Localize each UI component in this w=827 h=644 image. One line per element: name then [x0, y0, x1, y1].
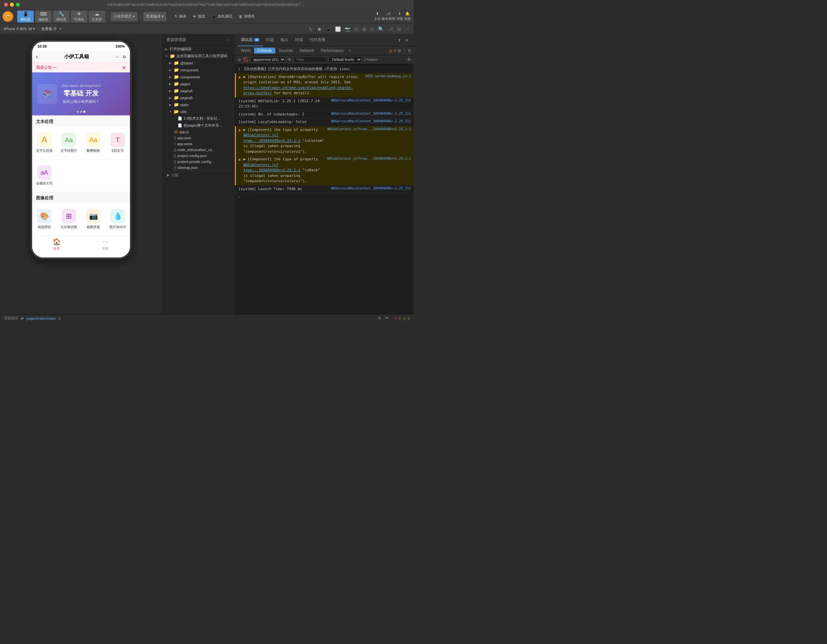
settings-gear-icon[interactable]: ⚙ [397, 48, 401, 53]
back-icon[interactable]: ‹ [36, 54, 38, 60]
utils-folder[interactable]: ▼ 📂 utils [162, 108, 234, 115]
tool-screenshot[interactable]: 📷 截图拼接 [81, 205, 106, 233]
console-input[interactable] [242, 195, 411, 199]
upload-button[interactable]: ⬆ 上传 [374, 12, 381, 21]
project-private-file[interactable]: {} project.private.config... [162, 159, 234, 165]
search-icon[interactable]: 🔍 [378, 26, 384, 32]
visual-button[interactable]: 👁 可视化 [71, 11, 87, 22]
sub-tab-network[interactable]: Network [296, 48, 318, 54]
tool-amount[interactable]: aA 金额转大写 [32, 162, 56, 189]
version-mgmt-button[interactable]: ⎇ 版本管理 [382, 12, 395, 21]
filter-input[interactable] [293, 56, 326, 62]
refresh-icon[interactable]: ↻ [309, 26, 313, 32]
root-folder[interactable]: ▼ 📁 去水印趣味实用工具小程序源码 [162, 53, 234, 59]
home-icon[interactable]: ⊙ [123, 54, 126, 59]
real-debug-button[interactable]: 📱 真机调试 [209, 14, 235, 19]
sub-tab-console[interactable]: Console [254, 48, 275, 54]
outline-arrow[interactable]: ▶ [166, 173, 171, 177]
row3-source[interactable]: WAServiceMainContext_109404496v-2.25_111 [331, 98, 411, 102]
sitemap-file[interactable]: {} sitemap.json [162, 165, 234, 171]
row5-source[interactable]: WAServiceMainContext_109404496v-2.25_111 [331, 119, 411, 123]
copy-path-icon[interactable]: ⎘ [59, 316, 61, 320]
minimize-button[interactable] [10, 3, 14, 6]
banner-dot-3[interactable] [83, 111, 85, 113]
appjson-file[interactable]: {} app.json [162, 135, 234, 141]
iscustom-link[interactable]: WASubContext.js?t=we...109404498v=2.25.1… [243, 133, 300, 143]
more-tabs-icon[interactable]: » [347, 48, 353, 54]
row4-source[interactable]: WAServiceMainContext_109404496v-2.25_111 [331, 112, 411, 115]
tablet-icon[interactable]: ⬜ [335, 26, 341, 32]
doc2-file[interactable]: 📄 把pages整个文件夹导... [162, 122, 234, 129]
tool-nickname[interactable]: Aa 翻腾昵称 [81, 129, 106, 156]
tool-9grid-cut[interactable]: ⊞ 九宫格切图 [56, 205, 81, 233]
maximize-button[interactable] [16, 3, 20, 6]
isback-link[interactable]: WASubContext.js?t=we...109404498v=2.25.1… [243, 163, 300, 173]
pages-folder[interactable]: ▶ 📁 pages [162, 80, 234, 87]
console-close-icon[interactable]: ✕ [403, 38, 411, 43]
wifi-icon[interactable]: ⊡ [354, 26, 358, 32]
open-editors-section[interactable]: ▶ 打开的编辑器 [162, 46, 234, 53]
appwxss-file[interactable]: ~ app.wxss [162, 141, 234, 147]
branch-icon[interactable]: ⎇ [388, 26, 393, 32]
deprecation-link[interactable]: https://developer.chrome.com/blog/enabli… [243, 86, 353, 96]
cloud-button[interactable]: ☁ 云开发 [89, 11, 105, 22]
sub-tab-wxml[interactable]: Wxml [237, 48, 254, 54]
simulator-button[interactable]: 📱 模拟器 [17, 11, 34, 22]
settings-bottom-icon[interactable]: ⚙ [378, 316, 381, 320]
tool-text-to-image[interactable]: Aa 文字转图片 [56, 129, 81, 156]
grid-icon[interactable]: ⊟ [397, 26, 401, 32]
tab-debugger[interactable]: 调试器 4 [237, 34, 263, 46]
console-newpane-icon[interactable]: ⧉ [408, 48, 411, 53]
compile-button[interactable]: ↻ 编译 [172, 14, 189, 19]
project-config-file[interactable]: {} project.config.json [162, 153, 234, 159]
clear-console-icon[interactable]: 🚫 [243, 57, 248, 62]
notice-close[interactable]: ✕ [122, 65, 126, 70]
context-selector[interactable]: appservice (#1) [250, 56, 286, 62]
row6-source[interactable]: WASubContext.js?t=we...109404498v=2.25.1… [327, 127, 411, 131]
component-folder[interactable]: ▶ 📁 component [162, 67, 234, 73]
row7-source[interactable]: WASubContext.js?t=we...109404498v=2.25.1… [327, 157, 411, 160]
console-options-icon[interactable]: ⋮ [403, 48, 407, 53]
mode-selector[interactable]: 小程序模式 ▾ [111, 12, 137, 21]
code-obf-file[interactable]: {} code_obfuscation_co... [162, 147, 234, 153]
more-icon[interactable]: ⋯ [405, 26, 410, 32]
compile-selector[interactable]: 普通编译 ▾ [143, 12, 166, 21]
context-eye-icon[interactable]: 👁 [287, 57, 292, 62]
row2-source[interactable]: VM29 workerasdebug.js:1 [365, 75, 411, 78]
banner-dot-1[interactable] [77, 111, 79, 113]
pagesB-folder[interactable]: ▶ 📁 pagesB [162, 94, 234, 101]
pagesA-folder[interactable]: ▶ 📁 pagesA [162, 87, 234, 94]
appjs-file[interactable]: JS app.js [162, 129, 234, 135]
banner-dot-2[interactable] [80, 111, 82, 113]
level-selector[interactable]: Default levels [328, 56, 362, 63]
components-folder[interactable]: ▶ 📁 components [162, 73, 234, 80]
tool-watermark[interactable]: 💧 图片加水印 [106, 205, 130, 233]
sub-tab-performance[interactable]: Performance [318, 48, 347, 54]
tab-output[interactable]: 输出 [277, 34, 292, 46]
tool-520[interactable]: T 520文字 [106, 129, 130, 156]
record-icon[interactable]: ⏺ [317, 26, 321, 32]
preview-button[interactable]: 👁 预览 [190, 14, 208, 19]
tab-terminal[interactable]: 终端 [292, 34, 306, 46]
editor-button[interactable]: ⌨ 编辑器 [35, 11, 51, 22]
filter-icon[interactable]: ⊙ [370, 26, 374, 32]
file-panel-more-icon[interactable]: ⋯ [226, 38, 231, 42]
console-expand-icon[interactable]: ⬆ [396, 38, 403, 43]
settings-console-icon[interactable]: ⚙ [407, 57, 411, 62]
tab-code-quality[interactable]: 代码质量 [306, 34, 329, 46]
tool-wallpaper[interactable]: 🎨 精选壁纸 [32, 205, 56, 233]
phone-icon[interactable]: 📱 [326, 26, 331, 32]
babel-folder[interactable]: ▶ 📁 @babel [162, 59, 234, 67]
dots-icon[interactable]: ··· [115, 54, 119, 59]
tool-text-9grid[interactable]: A 文字九宫格 [32, 129, 56, 156]
row8-source[interactable]: WAServiceMainContext_109404496v-2.25_111 [331, 187, 411, 190]
doc1-file[interactable]: 📄 2.4技术文档 - 安全过... [162, 115, 234, 122]
tab-more[interactable]: ⋯ 更多 [81, 238, 130, 251]
close-button[interactable] [4, 3, 8, 6]
screenshot-icon[interactable]: 📷 [345, 26, 350, 32]
current-path[interactable]: pages/index/index [27, 316, 56, 320]
preview-bottom-icon[interactable]: 👁 [385, 316, 389, 320]
hot-reload-label[interactable]: 热重载 开 [41, 26, 57, 31]
stop-icon[interactable]: ⊘ [237, 57, 241, 62]
sub-tab-sources[interactable]: Sources [275, 48, 296, 54]
